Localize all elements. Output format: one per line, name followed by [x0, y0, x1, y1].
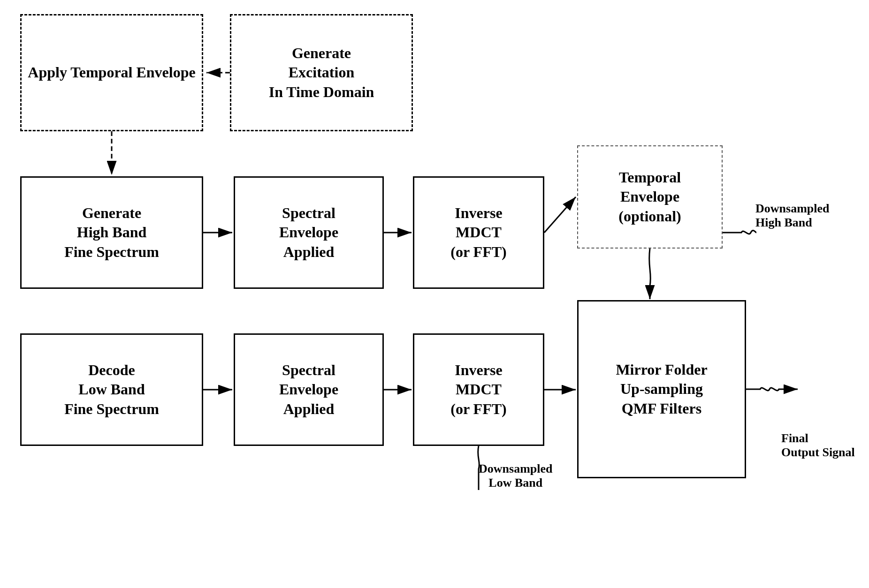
spectral-envelope-low-box: SpectralEnvelopeApplied [234, 333, 384, 446]
decode-low-band-label: DecodeLow BandFine Spectrum [64, 361, 159, 419]
inverse-mdct-low-label: InverseMDCT(or FFT) [450, 361, 506, 419]
mirror-folder-label: Mirror FolderUp-samplingQMF Filters [616, 360, 707, 419]
apply-temporal-label: Apply Temporal Envelope [28, 63, 195, 83]
downsampled-low-band-label: DownsampledLow Band [479, 462, 552, 490]
inverse-mdct-high-label: InverseMDCT(or FFT) [450, 204, 506, 262]
inverse-mdct-high-box: InverseMDCT(or FFT) [413, 176, 544, 289]
final-output-signal-label: FinalOutput Signal [781, 431, 855, 460]
generate-excitation-box: GenerateExcitationIn Time Domain [230, 14, 413, 131]
decode-low-band-box: DecodeLow BandFine Spectrum [20, 333, 203, 446]
downsampled-high-band-label: DownsampledHigh Band [755, 202, 829, 230]
apply-temporal-envelope-box: Apply Temporal Envelope [20, 14, 203, 131]
mirror-folder-box: Mirror FolderUp-samplingQMF Filters [577, 300, 746, 478]
temporal-envelope-optional-box: TemporalEnvelope(optional) [577, 145, 723, 249]
diagram: Apply Temporal Envelope GenerateExcitati… [0, 0, 869, 588]
generate-high-band-box: GenerateHigh BandFine Spectrum [20, 176, 203, 289]
generate-excitation-label: GenerateExcitationIn Time Domain [269, 44, 374, 102]
temporal-optional-to-mirror-arrow [649, 249, 651, 299]
downsampled-high-connector [723, 231, 756, 234]
inverse-mdct-low-box: InverseMDCT(or FFT) [413, 333, 544, 446]
generate-high-band-label: GenerateHigh BandFine Spectrum [64, 204, 159, 262]
mirror-to-output-arrow [746, 388, 798, 391]
spectral-envelope-high-box: SpectralEnvelopeApplied [234, 176, 384, 289]
mdct-high-to-temporal-optional-arrow [544, 197, 576, 233]
spectral-envelope-high-label: SpectralEnvelopeApplied [279, 204, 338, 262]
temporal-envelope-optional-label: TemporalEnvelope(optional) [618, 168, 681, 226]
spectral-envelope-low-label: SpectralEnvelopeApplied [279, 361, 338, 419]
